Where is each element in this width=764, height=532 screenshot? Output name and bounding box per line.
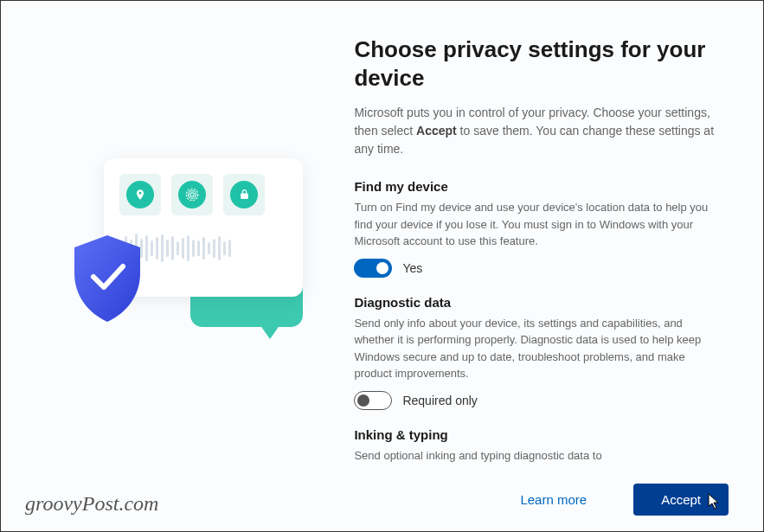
setting-title: Find my device [354,179,716,194]
intro-text: Microsoft puts you in control of your pr… [354,104,716,158]
lock-icon [223,174,265,215]
toggle-label: Yes [402,261,422,275]
content-panel: Choose privacy settings for your device … [345,27,746,514]
privacy-illustration [52,150,311,392]
page-title: Choose privacy settings for your device [354,35,716,92]
learn-more-link[interactable]: Learn more [520,492,587,507]
shield-icon [67,232,147,325]
watermark: groovyPost.com [25,492,158,516]
setting-find-my-device: Find my device Turn on Find my device an… [354,179,716,278]
cursor-icon [708,493,722,510]
setting-title: Diagnostic data [354,295,716,310]
diagnostic-toggle[interactable] [354,391,392,410]
find-device-toggle[interactable] [354,259,392,278]
toggle-label: Required only [402,394,477,407]
location-icon [119,174,161,215]
svg-point-1 [189,190,196,198]
setting-description: Send only info about your device, its se… [354,315,716,382]
setting-description: Turn on Find my device and use your devi… [354,199,716,250]
fingerprint-icon [171,174,213,215]
setting-description: Send optional inking and typing diagnost… [354,447,716,465]
footer: Learn more Accept [520,484,729,516]
setting-diagnostic-data: Diagnostic data Send only info about you… [354,295,716,410]
setting-title: Inking & typing [354,427,716,442]
illustration-panel [18,27,345,514]
svg-point-0 [190,192,195,196]
setting-inking-typing: Inking & typing Send optional inking and… [354,427,716,465]
